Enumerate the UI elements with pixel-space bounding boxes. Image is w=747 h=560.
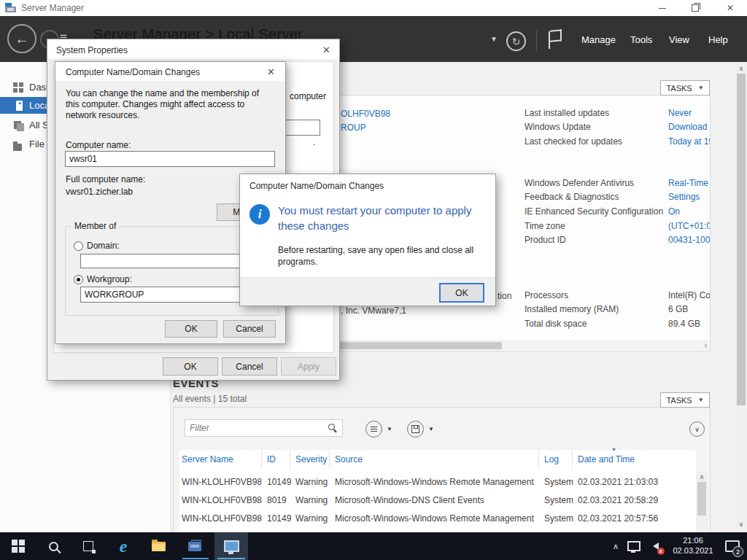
scroll-up-icon[interactable]: ∧ (696, 473, 708, 481)
dialog-title: Computer Name/Domain Changes (66, 67, 200, 77)
events-filter-input[interactable] (185, 419, 343, 437)
workgroup-link[interactable]: ROUP (341, 122, 366, 133)
volume-button[interactable]: ✕ (643, 532, 664, 560)
caret-down-icon[interactable]: ▼ (387, 426, 392, 432)
full-name-value: vwsr01.zicher.lab (66, 187, 133, 197)
server-manager-logo-icon (5, 3, 16, 12)
computer-name-link[interactable]: OLHF0VB98 (341, 109, 390, 119)
cancel-button[interactable]: Cancel (223, 320, 276, 338)
start-button[interactable] (3, 532, 34, 560)
mute-x-icon: ✕ (657, 548, 665, 555)
scroll-right-icon[interactable]: › (705, 341, 707, 349)
system-properties-task-button[interactable] (214, 532, 248, 560)
member-of-label: Member of (71, 221, 119, 231)
restore-button[interactable] (684, 0, 706, 16)
scroll-down-icon[interactable]: ∨ (735, 521, 747, 528)
action-center-button[interactable]: 2 (721, 532, 744, 560)
search-icon (328, 424, 335, 430)
notification-flag-icon[interactable] (549, 30, 562, 49)
computer-description-field[interactable] (283, 120, 320, 136)
list-icon (371, 427, 377, 432)
close-icon[interactable]: ✕ (267, 66, 275, 77)
chevron-up-icon: ∧ (613, 542, 619, 551)
refresh-button[interactable]: ↻ (506, 31, 526, 51)
workgroup-radio[interactable] (74, 275, 83, 284)
events-tasks-button[interactable]: TASKS▼ (660, 392, 710, 408)
col-header-source[interactable]: Source (335, 454, 363, 464)
refresh-icon: ↻ (512, 36, 521, 47)
menu-help[interactable]: Help (708, 34, 728, 45)
caret-down-icon[interactable]: ▼ (428, 426, 434, 432)
close-icon: ✕ (727, 3, 734, 13)
internet-explorer-button[interactable]: e (108, 532, 139, 560)
save-query-button[interactable] (407, 421, 424, 438)
computer-name-input[interactable] (65, 151, 275, 167)
property-row: Time zone(UTC+01:00) (525, 221, 710, 233)
properties-tasks-button[interactable]: TASKS▼ (660, 80, 710, 96)
folder-icon (152, 542, 166, 551)
col-header-severity[interactable]: Severity (295, 454, 327, 464)
sort-desc-icon: ▼ (611, 447, 616, 452)
volume-muted-icon: ✕ (649, 542, 659, 550)
cancel-button[interactable]: Cancel (222, 357, 277, 376)
minimize-button[interactable] (651, 0, 673, 16)
file-explorer-button[interactable] (143, 532, 174, 560)
main-scrollbar[interactable]: ∧ ∨ (735, 62, 747, 532)
local-server-icon (13, 101, 23, 111)
network-status-button[interactable] (624, 532, 643, 560)
dialog-title: System Properties (56, 45, 128, 55)
scrollbar-thumb[interactable] (737, 74, 746, 405)
back-button[interactable]: ← (7, 24, 36, 53)
scrollbar-thumb[interactable] (697, 482, 706, 516)
property-row: Installed memory (RAM)6 GB (525, 304, 710, 316)
network-icon (627, 541, 640, 551)
restart-dialog: Computer Name/Domain Changes i You must … (239, 174, 496, 306)
property-row: Windows Defender AntivirusReal-Time Pr (525, 178, 710, 190)
full-name-label: Full computer name: (66, 174, 145, 184)
computer-name-label: Computer name: (66, 140, 131, 150)
close-button[interactable]: ✕ (719, 0, 742, 16)
ok-button[interactable]: OK (439, 283, 484, 303)
scroll-up-icon[interactable]: ∧ (735, 65, 747, 72)
workgroup-label: Workgroup: (87, 274, 132, 284)
taskbar-search-button[interactable] (38, 532, 69, 560)
col-header-id[interactable]: ID (267, 454, 276, 464)
events-table: ▼ Server Name ID Severity Source Log Dat… (179, 450, 696, 533)
col-header-date-time[interactable]: Date and Time (578, 454, 635, 464)
caret-down-icon: ▼ (698, 85, 704, 91)
server-manager-task-button[interactable] (179, 532, 210, 560)
property-row: Last checked for updatesToday at 19: (525, 136, 710, 149)
menu-manage[interactable]: Manage (581, 34, 616, 45)
col-header-log[interactable]: Log (544, 454, 559, 464)
taskbar-clock[interactable]: 21:06 02.03.2021 (665, 535, 721, 556)
close-icon[interactable]: ✕ (322, 44, 330, 55)
filter-list-button[interactable] (365, 421, 382, 438)
menu-tools[interactable]: Tools (630, 34, 652, 45)
notification-badge: 2 (732, 546, 743, 557)
clock-time: 21:06 (665, 535, 721, 545)
hardware-info-fragment: , Inc. VMware7,1 (341, 306, 406, 316)
info-icon: i (249, 204, 270, 225)
tray-expand-button[interactable]: ∧ (607, 532, 624, 560)
task-view-button[interactable] (73, 532, 104, 560)
property-row: IE Enhanced Security ConfigurationOn (525, 206, 710, 219)
ok-button[interactable]: OK (165, 320, 217, 338)
notifications-caret-icon[interactable]: ▼ (490, 35, 498, 43)
col-header-server-name[interactable]: Server Name (182, 454, 233, 464)
apply-button[interactable]: Apply (281, 357, 336, 376)
ok-button[interactable]: OK (163, 357, 218, 376)
table-scrollbar[interactable]: ∧ (696, 472, 708, 533)
window-title: Server Manager (21, 3, 84, 13)
save-icon (411, 425, 419, 433)
taskbar: e ∧ ✕ 21:06 02.03.2021 2 (0, 532, 747, 560)
collapse-panel-button[interactable]: ∨ (689, 421, 705, 437)
nav-divider (536, 31, 537, 51)
window-titlebar: Server Manager ✕ (0, 0, 747, 16)
text-fragment: . (313, 137, 315, 147)
domain-radio[interactable] (74, 241, 83, 251)
property-row: ProcessorsIntel(R) Core (525, 290, 710, 303)
menu-view[interactable]: View (669, 34, 689, 45)
scrollbar-thumb[interactable] (328, 342, 502, 349)
os-version-fragment: tion (498, 291, 511, 301)
server-manager-icon (188, 542, 201, 551)
